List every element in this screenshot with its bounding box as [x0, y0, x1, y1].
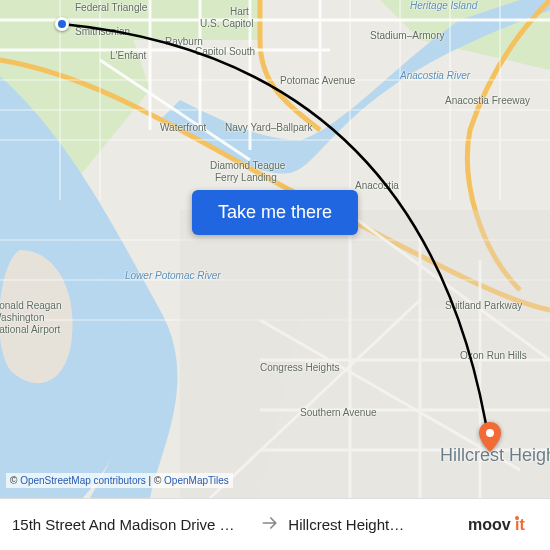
map-canvas[interactable] — [0, 0, 550, 550]
svg-point-4 — [486, 429, 494, 437]
svg-rect-3 — [180, 210, 550, 498]
route-to-label: Hillcrest Height… — [288, 516, 460, 533]
destination-marker[interactable] — [479, 422, 501, 452]
attr-sep: | © — [146, 475, 164, 486]
attr-prefix: © — [10, 475, 20, 486]
svg-point-7 — [515, 516, 519, 520]
openmaptiles-link[interactable]: OpenMapTiles — [164, 475, 229, 486]
take-me-there-button[interactable]: Take me there — [192, 190, 358, 235]
origin-marker[interactable] — [55, 17, 69, 31]
route-footer: 15th Street And Madison Drive … Hillcres… — [0, 498, 550, 550]
moovit-logo[interactable]: moov it — [468, 515, 538, 535]
svg-text:moov: moov — [468, 516, 511, 533]
arrow-right-icon — [260, 513, 280, 537]
osm-link[interactable]: OpenStreetMap contributors — [20, 475, 146, 486]
map-attribution: © OpenStreetMap contributors | © OpenMap… — [6, 473, 233, 488]
route-from-label: 15th Street And Madison Drive … — [12, 516, 252, 533]
